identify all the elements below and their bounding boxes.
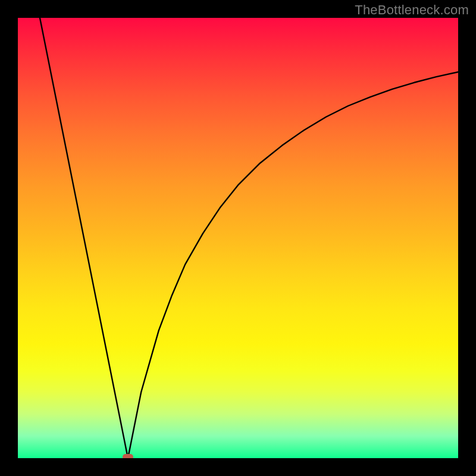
minimum-marker: [123, 454, 133, 458]
plot-area: [18, 18, 458, 458]
curve-left-branch: [40, 18, 128, 458]
plot-svg: [18, 18, 458, 458]
chart-frame: TheBottleneck.com: [0, 0, 476, 476]
curve-right-branch: [128, 72, 458, 458]
watermark-text: TheBottleneck.com: [355, 2, 469, 18]
